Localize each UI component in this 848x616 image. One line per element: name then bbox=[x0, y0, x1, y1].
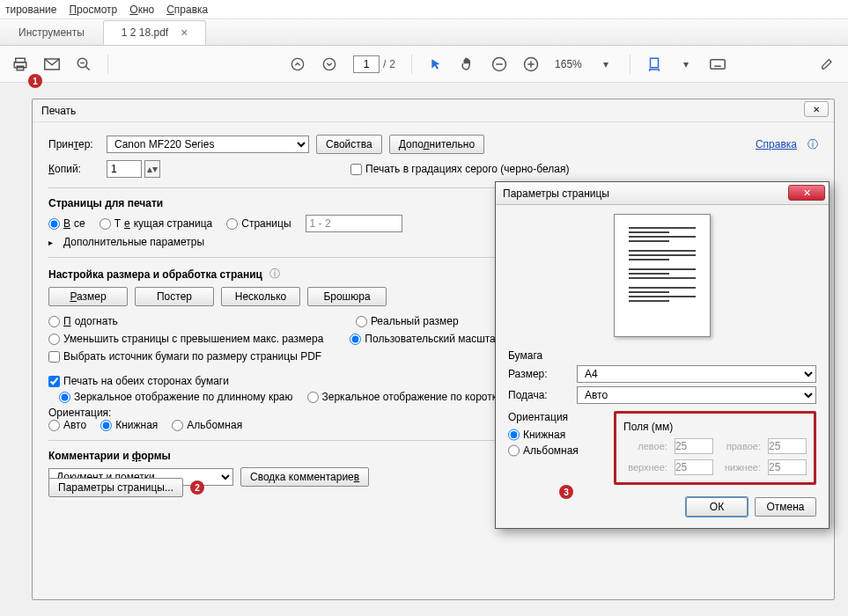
printer-label: Принтер: bbox=[48, 138, 100, 150]
info-icon: ⓘ bbox=[269, 267, 280, 282]
page-up-icon[interactable] bbox=[290, 56, 306, 72]
printer-select[interactable]: Canon MF220 Series bbox=[107, 136, 309, 153]
fit-width-icon[interactable] bbox=[646, 56, 662, 72]
document-tabs: Инструменты 1 2 18.pdf × bbox=[0, 19, 848, 46]
tab-label: Инструменты bbox=[18, 26, 85, 39]
radio-landscape[interactable]: Альбомная bbox=[172, 419, 242, 431]
properties-button[interactable]: Свойства bbox=[316, 135, 382, 154]
tab-document[interactable]: 1 2 18.pdf × bbox=[103, 20, 207, 45]
grayscale-checkbox[interactable]: Печать в градациях серого (черно-белая) bbox=[350, 163, 569, 175]
zoom-icon[interactable] bbox=[76, 56, 92, 72]
chevron-down-icon[interactable]: ▾ bbox=[598, 56, 614, 72]
copies-label: Копий: bbox=[48, 163, 100, 175]
paper-source-select[interactable]: Авто bbox=[577, 386, 816, 404]
ok-button[interactable]: ОК bbox=[686, 497, 748, 517]
menu-item[interactable]: Справка bbox=[166, 4, 208, 16]
radio-flip-long[interactable]: Зеркальное отображение по длинному краю bbox=[59, 391, 293, 403]
zoom-level[interactable]: 165% bbox=[555, 58, 582, 70]
margin-bottom-input[interactable] bbox=[768, 459, 807, 475]
chevron-down-icon[interactable]: ▾ bbox=[678, 56, 694, 72]
page-indicator: / 2 bbox=[353, 55, 395, 73]
radio-actual[interactable]: Реальный размер bbox=[356, 315, 459, 327]
tab-label: 1 2 18.pdf bbox=[122, 26, 168, 39]
toolbar: 1 / 2 165% ▾ ▾ bbox=[0, 46, 848, 83]
tab-tools[interactable]: Инструменты bbox=[0, 20, 103, 45]
paper-source-label: Подача: bbox=[508, 389, 568, 401]
close-icon[interactable]: × bbox=[181, 26, 188, 40]
margin-top-label: верхнее: bbox=[623, 462, 667, 473]
menu-item[interactable]: Окно bbox=[129, 4, 154, 16]
menu-item[interactable]: Просмотр bbox=[69, 4, 117, 16]
hand-icon[interactable] bbox=[460, 56, 476, 72]
keyboard-icon[interactable] bbox=[710, 56, 726, 72]
margin-right-label: правое: bbox=[720, 441, 761, 451]
pagesetup-title: Параметры страницы bbox=[503, 187, 609, 200]
spinner-icon[interactable]: ▴▾ bbox=[144, 160, 160, 178]
sizing-group-title: Настройка размера и обработка страниц bbox=[48, 268, 262, 281]
svg-point-7 bbox=[291, 58, 303, 70]
svg-rect-14 bbox=[650, 58, 658, 68]
radio-shrink[interactable]: Уменьшить страницы с превышением макс. р… bbox=[48, 333, 323, 345]
page-down-icon[interactable] bbox=[321, 56, 337, 72]
badge-2: 2 bbox=[190, 480, 204, 495]
margin-right-input[interactable] bbox=[768, 438, 807, 454]
page-input[interactable] bbox=[353, 55, 380, 73]
menubar: тирование Просмотр Окно Справка bbox=[0, 0, 848, 19]
cancel-button[interactable]: Отмена bbox=[755, 497, 816, 517]
margins-group-title: Поля (мм) bbox=[623, 421, 807, 433]
radio-flip-short[interactable]: Зеркальное отображение по короткому bbox=[307, 391, 516, 403]
dialog-title: Печать bbox=[41, 105, 76, 117]
dialog-titlebar: Печать ✕ bbox=[33, 99, 834, 122]
size-button[interactable]: Размер bbox=[48, 287, 128, 306]
svg-rect-15 bbox=[710, 59, 725, 69]
radio-portrait[interactable]: Книжная bbox=[100, 419, 158, 431]
radio-auto[interactable]: Авто bbox=[48, 419, 86, 431]
radio-landscape[interactable]: Альбомная bbox=[508, 444, 605, 457]
copies-input[interactable] bbox=[107, 160, 142, 178]
page-preview bbox=[614, 214, 711, 337]
pagesetup-dialog: Параметры страницы ✕ Бумага Размер: A4 П… bbox=[495, 181, 830, 529]
radio-custom[interactable]: Пользовательский масштаб bbox=[350, 333, 501, 345]
margin-left-input[interactable] bbox=[675, 438, 713, 454]
radio-current[interactable]: Текущая страница bbox=[100, 217, 213, 230]
pagesetup-titlebar: Параметры страницы ✕ bbox=[496, 182, 829, 205]
zoom-in-icon[interactable] bbox=[523, 56, 539, 72]
close-button[interactable]: ✕ bbox=[804, 101, 829, 117]
paper-size-select[interactable]: A4 bbox=[577, 365, 816, 383]
radio-portrait[interactable]: Книжная bbox=[508, 429, 605, 441]
orientation-group-title: Ориентация bbox=[508, 411, 605, 423]
margin-top-input[interactable] bbox=[675, 459, 713, 475]
print-icon[interactable] bbox=[12, 56, 28, 72]
badge-1: 1 bbox=[28, 74, 42, 88]
highlight-icon[interactable] bbox=[820, 56, 836, 72]
advanced-button[interactable]: Дополнительно bbox=[389, 135, 484, 154]
paper-group-title: Бумага bbox=[508, 349, 816, 362]
menu-item[interactable]: тирование bbox=[5, 4, 56, 16]
help-link[interactable]: Справка bbox=[756, 138, 797, 150]
pagesetup-button[interactable]: Параметры страницы... bbox=[48, 478, 183, 497]
info-icon: ⓘ bbox=[807, 137, 818, 152]
close-button[interactable]: ✕ bbox=[788, 185, 825, 201]
pages-range-input[interactable] bbox=[306, 215, 402, 232]
paper-size-label: Размер: bbox=[508, 368, 568, 380]
svg-line-5 bbox=[85, 66, 90, 70]
radio-all[interactable]: Все bbox=[48, 217, 85, 230]
margin-left-label: левое: bbox=[623, 441, 667, 451]
more-params-toggle[interactable]: Дополнительные параметры bbox=[63, 236, 204, 248]
multiple-button[interactable]: Несколько bbox=[221, 287, 300, 306]
radio-fit[interactable]: Подогнать bbox=[48, 315, 118, 327]
booklet-button[interactable]: Брошюра bbox=[307, 287, 387, 306]
margin-bottom-label: нижнее: bbox=[720, 462, 761, 473]
zoom-out-icon[interactable] bbox=[491, 56, 507, 72]
poster-button[interactable]: Постер bbox=[135, 287, 214, 306]
mail-icon[interactable] bbox=[44, 56, 60, 72]
radio-pages[interactable]: Страницы bbox=[226, 217, 291, 230]
pointer-icon[interactable] bbox=[428, 56, 444, 72]
svg-point-8 bbox=[323, 58, 335, 70]
badge-3: 3 bbox=[559, 485, 573, 499]
